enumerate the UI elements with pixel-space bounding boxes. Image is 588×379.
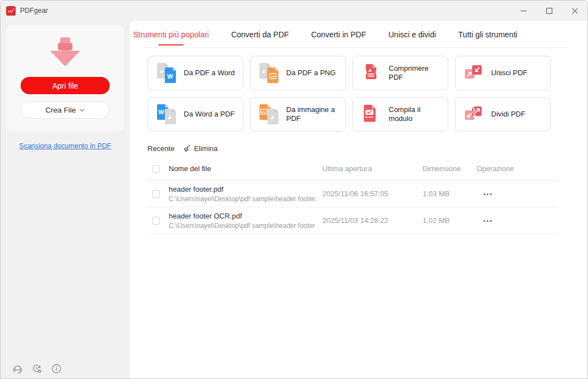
broom-icon bbox=[182, 144, 191, 153]
tool-label: Dividi PDF bbox=[491, 110, 525, 119]
sidebar: Apri file Crea File Scansiona documento … bbox=[1, 21, 130, 378]
row-checkbox[interactable] bbox=[152, 217, 160, 225]
titlebar: PDFgear bbox=[1, 1, 587, 21]
tool-label: Da immagine a PDF bbox=[286, 105, 339, 124]
table-row[interactable]: header footer OCR.pdf C:\Users\nayel\Des… bbox=[148, 207, 557, 234]
tool-label: Compila il modulo bbox=[389, 105, 442, 124]
main-panel: Strumenti più popolari Converti da PDF C… bbox=[130, 21, 587, 378]
last-opened-cell: 2025/11/03 14:28:22 bbox=[322, 216, 423, 225]
more-actions-icon[interactable]: ••• bbox=[483, 191, 557, 197]
open-file-card: Apri file Crea File bbox=[6, 25, 124, 131]
tool-split-pdf[interactable]: Dividi PDF bbox=[455, 97, 551, 132]
tab-converti-in-pdf[interactable]: Converti in PDF bbox=[311, 30, 366, 39]
file-path: C:\Users\nayel\Desktop\pdf sample\header… bbox=[169, 195, 322, 203]
tab-unisci-e-dividi[interactable]: Unisci e dividi bbox=[388, 30, 436, 39]
fill-form-icon bbox=[360, 103, 383, 125]
app-window: PDFgear Ap bbox=[0, 0, 588, 379]
split-pdf-icon bbox=[463, 103, 485, 125]
tool-pdf-to-png[interactable]: Da PDF a PNG bbox=[250, 56, 346, 90]
pdf-to-word-icon: W bbox=[155, 62, 178, 84]
tool-image-to-pdf[interactable]: Da immagine a PDF bbox=[250, 97, 346, 132]
more-actions-icon[interactable]: ••• bbox=[483, 217, 557, 224]
maximize-button[interactable] bbox=[536, 1, 562, 21]
chevron-down-icon bbox=[80, 109, 85, 112]
close-button[interactable] bbox=[562, 1, 587, 21]
file-name: header footer.pdf bbox=[169, 185, 322, 193]
last-opened-cell: 2025/11/06 16:57:05 bbox=[322, 190, 423, 198]
file-name-cell: header footer OCR.pdf C:\Users\nayel\Des… bbox=[169, 212, 322, 230]
table-row[interactable]: header footer.pdf C:\Users\nayel\Desktop… bbox=[148, 181, 557, 207]
tool-compress-pdf[interactable]: Comprimere PDF bbox=[352, 56, 448, 90]
svg-text:W: W bbox=[167, 73, 173, 80]
tab-tutti-gli-strumenti[interactable]: Tutti gli strumenti bbox=[458, 30, 517, 39]
row-checkbox[interactable] bbox=[152, 190, 160, 198]
select-all-checkbox[interactable] bbox=[152, 165, 160, 173]
tab-strumenti-piu-popolari[interactable]: Strumenti più popolari bbox=[133, 30, 209, 39]
column-header-name: Nome del file bbox=[169, 164, 322, 173]
column-header-opened: Ultima apertura bbox=[322, 164, 423, 173]
tool-label: Da Word a PDF bbox=[184, 110, 235, 119]
table-header-row: Nome del file Ultima apertura Dimensione… bbox=[148, 157, 557, 181]
tool-label: Unisci PDF bbox=[491, 69, 527, 77]
file-name: header footer OCR.pdf bbox=[169, 212, 322, 220]
file-path: C:\Users\nayel\Desktop\pdf sample\header… bbox=[169, 222, 322, 230]
file-name-cell: header footer.pdf C:\Users\nayel\Desktop… bbox=[169, 185, 322, 203]
recent-files-table: Nome del file Ultima apertura Dimensione… bbox=[148, 157, 557, 234]
sidebar-footer bbox=[12, 363, 62, 374]
info-icon[interactable] bbox=[51, 363, 62, 374]
download-arrow-icon bbox=[45, 36, 86, 71]
app-title: PDFgear bbox=[20, 7, 48, 14]
compress-pdf-icon bbox=[360, 62, 383, 84]
window-controls bbox=[511, 1, 587, 21]
tool-label: Comprimere PDF bbox=[389, 64, 442, 82]
tool-fill-form[interactable]: Compila il modulo bbox=[352, 97, 448, 132]
pdf-to-png-icon bbox=[258, 62, 280, 84]
file-size-cell: 1,02 MB bbox=[423, 216, 477, 225]
column-header-operation: Operazione bbox=[477, 164, 557, 173]
create-file-label: Crea File bbox=[46, 106, 76, 114]
tool-label: Da PDF a Word bbox=[184, 69, 235, 77]
svg-text:W: W bbox=[158, 109, 164, 115]
tools-grid: W Da PDF a Word bbox=[148, 56, 567, 132]
tool-label: Da PDF a PNG bbox=[286, 69, 336, 77]
file-size-cell: 1,03 MB bbox=[423, 190, 477, 198]
tab-converti-da-pdf[interactable]: Converti da PDF bbox=[231, 30, 288, 39]
pdfgear-logo-icon bbox=[6, 6, 16, 16]
column-header-size: Dimensione bbox=[423, 164, 477, 173]
tab-bar: Strumenti più popolari Converti da PDF C… bbox=[133, 21, 567, 39]
update-history-icon[interactable] bbox=[31, 363, 42, 374]
tab-divider bbox=[144, 47, 567, 48]
create-file-button[interactable]: Crea File bbox=[21, 101, 110, 119]
support-icon[interactable] bbox=[12, 363, 23, 374]
tool-word-to-pdf[interactable]: W Da Word a PDF bbox=[148, 97, 243, 132]
word-to-pdf-icon: W bbox=[155, 103, 178, 125]
merge-pdf-icon bbox=[463, 62, 485, 84]
recent-section-header: Recente Elimina bbox=[148, 144, 567, 153]
tool-merge-pdf[interactable]: Unisci PDF bbox=[455, 56, 551, 90]
minimize-button[interactable] bbox=[511, 1, 536, 21]
delete-recent-button[interactable]: Elimina bbox=[182, 144, 218, 153]
tool-pdf-to-word[interactable]: W Da PDF a Word bbox=[148, 56, 243, 90]
delete-recent-label: Elimina bbox=[194, 144, 218, 153]
open-file-button[interactable]: Apri file bbox=[21, 77, 110, 94]
recent-title: Recente bbox=[148, 144, 174, 153]
image-to-pdf-icon bbox=[258, 103, 280, 125]
scan-to-pdf-link[interactable]: Scansiona documento in PDF bbox=[1, 142, 130, 150]
